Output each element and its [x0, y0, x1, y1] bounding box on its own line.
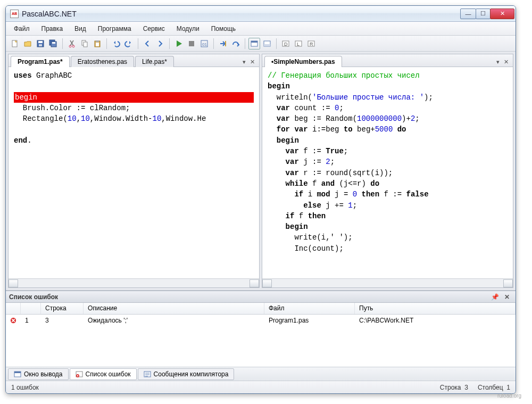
editor-area: Program1.pas* Eratosthenes.pas Life.pas*… — [6, 52, 516, 290]
errors-header: Список ошибок 📌 ✕ — [6, 291, 516, 303]
error-row[interactable]: 1 3 Ожидалось ';' Program1.pas C:\PABCWo… — [6, 315, 516, 326]
left-code-editor[interactable]: uses GraphABC begin Brush.Color := clRan… — [9, 67, 259, 278]
error-desc: Ожидалось ';' — [84, 315, 264, 326]
maximize-button[interactable]: ☐ — [476, 9, 491, 19]
svg-rect-31 — [14, 372, 21, 373]
tab-simplenumbers[interactable]: •SimpleNumbers.pas — [264, 56, 342, 67]
step-over-icon[interactable] — [230, 38, 242, 50]
svg-rect-4 — [39, 44, 42, 46]
tab-dropdown-icon[interactable]: ▾ — [240, 57, 248, 67]
compile-icon[interactable]: 01 — [198, 38, 210, 50]
menu-program[interactable]: Программа — [93, 23, 136, 34]
col-file[interactable]: Файл — [264, 303, 355, 314]
right-hscrollbar[interactable] — [262, 278, 513, 287]
menubar: Файл Правка Вид Программа Сервис Модули … — [6, 22, 516, 36]
tab-close-icon[interactable]: ✕ — [248, 57, 257, 67]
col-number[interactable] — [21, 303, 41, 314]
paste-icon[interactable] — [92, 38, 103, 50]
col-line[interactable]: Строка — [41, 303, 84, 314]
left-tabs: Program1.pas* Eratosthenes.pas Life.pas*… — [9, 54, 259, 67]
svg-rect-7 — [52, 42, 55, 44]
nav-forward-icon[interactable] — [154, 38, 166, 50]
minimize-button[interactable]: — — [460, 9, 476, 19]
svg-text:01: 01 — [202, 42, 207, 47]
main-window: AB PascalABC.NET — ☐ ✕ Файл Правка Вид П… — [5, 5, 516, 394]
svg-rect-3 — [38, 41, 43, 43]
undo-icon[interactable] — [110, 38, 122, 50]
tab-eratosthenes[interactable]: Eratosthenes.pas — [71, 56, 134, 67]
help-r-icon[interactable]: R — [305, 38, 317, 50]
statusbar: 1 ошибок Строка 3 Столбец 1 — [6, 381, 516, 393]
titlebar: AB PascalABC.NET — ☐ ✕ — [6, 6, 516, 22]
cut-icon[interactable] — [66, 38, 78, 50]
right-editor-pane: •SimpleNumbers.pas ▾ ✕ // Генерация боль… — [262, 54, 513, 288]
error-icon — [6, 315, 21, 326]
svg-rect-15 — [189, 41, 194, 46]
status-errors: 1 ошибок — [11, 384, 39, 391]
new-file-icon[interactable] — [9, 38, 21, 50]
right-code-editor[interactable]: // Генерация больших простых чисел begin… — [262, 67, 513, 278]
svg-rect-14 — [96, 43, 99, 46]
error-file: Program1.pas — [264, 315, 355, 326]
svg-text:L: L — [297, 42, 300, 47]
save-icon[interactable] — [35, 38, 46, 50]
svg-rect-13 — [96, 40, 99, 42]
tab-close-icon[interactable]: ✕ — [502, 57, 511, 67]
toolbar: 01 D L R — [6, 36, 516, 52]
error-highlight-line: begin — [14, 92, 254, 103]
close-button[interactable]: ✕ — [490, 9, 514, 19]
nav-back-icon[interactable] — [142, 38, 153, 50]
status-line: Строка 3 — [440, 384, 468, 391]
window-title: PascalABC.NET — [22, 10, 461, 18]
svg-rect-20 — [251, 41, 257, 43]
tab-error-list[interactable]: Список ошибок — [70, 368, 137, 380]
col-path[interactable]: Путь — [355, 303, 516, 314]
error-line: 3 — [41, 315, 84, 326]
redo-icon[interactable] — [123, 38, 135, 50]
menu-modules[interactable]: Модули — [172, 23, 204, 34]
menu-edit[interactable]: Правка — [37, 23, 68, 34]
panel-icon[interactable] — [261, 38, 273, 50]
svg-rect-18 — [225, 41, 226, 46]
col-description[interactable]: Описание — [84, 303, 264, 314]
svg-text:D: D — [284, 42, 288, 47]
watermark: ruload.org — [497, 393, 521, 399]
error-number: 1 — [21, 315, 41, 326]
window-icon[interactable] — [248, 38, 260, 50]
save-all-icon[interactable] — [47, 38, 59, 50]
bottom-tabs: Окно вывода Список ошибок Сообщения комп… — [6, 367, 516, 381]
errors-table: Строка Описание Файл Путь 1 3 Ожидалось … — [6, 303, 516, 367]
help-d-icon[interactable]: D — [280, 38, 292, 50]
app-icon: AB — [10, 10, 19, 18]
menu-service[interactable]: Сервис — [138, 23, 170, 34]
errors-title: Список ошибок — [9, 293, 58, 301]
tab-program1[interactable]: Program1.pas* — [11, 56, 70, 67]
col-icon[interactable] — [6, 303, 21, 314]
run-icon[interactable] — [173, 38, 185, 50]
menu-help[interactable]: Помощь — [206, 23, 240, 34]
status-column: Столбец 1 — [478, 384, 510, 391]
tab-compiler-messages[interactable]: Сообщения компилятора — [138, 368, 235, 380]
pin-icon[interactable]: 📌 — [488, 293, 502, 301]
svg-rect-11 — [84, 42, 87, 47]
errors-columns: Строка Описание Файл Путь — [6, 303, 516, 315]
close-panel-icon[interactable]: ✕ — [502, 293, 512, 301]
open-file-icon[interactable] — [22, 38, 34, 50]
tab-life[interactable]: Life.pas* — [135, 56, 174, 67]
right-tabs: •SimpleNumbers.pas ▾ ✕ — [262, 54, 513, 67]
tab-output-window[interactable]: Окно вывода — [8, 368, 69, 380]
left-editor-pane: Program1.pas* Eratosthenes.pas Life.pas*… — [8, 54, 260, 288]
stop-icon[interactable] — [186, 38, 197, 50]
error-path: C:\PABCWork.NET — [355, 315, 516, 326]
menu-file[interactable]: Файл — [9, 23, 35, 34]
copy-icon[interactable] — [79, 38, 90, 50]
help-l-icon[interactable]: L — [293, 38, 304, 50]
svg-text:R: R — [310, 42, 313, 47]
step-into-icon[interactable] — [217, 38, 229, 50]
errors-panel: Список ошибок 📌 ✕ Строка Описание Файл П… — [6, 290, 516, 381]
left-hscrollbar[interactable] — [9, 278, 259, 287]
menu-view[interactable]: Вид — [70, 23, 91, 34]
svg-rect-22 — [264, 44, 270, 46]
tab-dropdown-icon[interactable]: ▾ — [494, 57, 502, 67]
